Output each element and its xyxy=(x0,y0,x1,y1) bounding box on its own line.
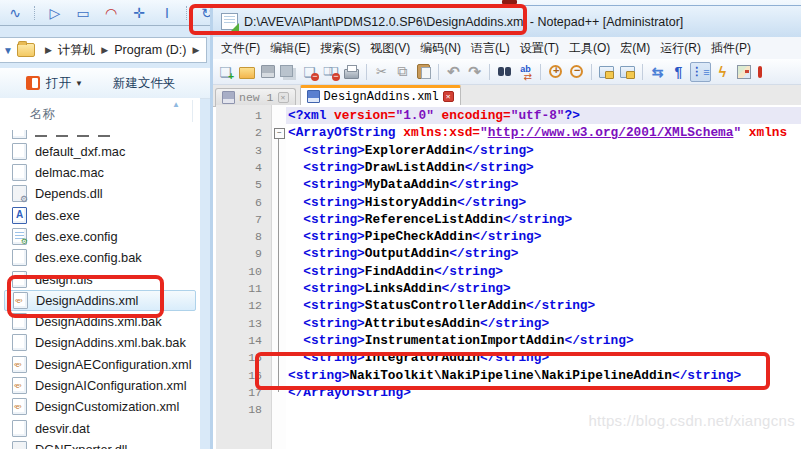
line-number: 13 xyxy=(216,315,262,332)
open-icon[interactable] xyxy=(237,63,256,81)
sync-v-icon[interactable] xyxy=(597,63,616,81)
pointer-tool-icon[interactable]: ▷ xyxy=(46,4,64,22)
new-folder-button[interactable]: 新建文件夹 xyxy=(113,75,176,92)
doc-map-icon[interactable] xyxy=(734,63,753,81)
screen: ∿▷▭◠✛I↻ ▼ ▶计算机▶Program (D:)▶ 打开 ▼ 新建文件夹 … xyxy=(0,0,801,449)
code-line-10[interactable]: 10 <string>FindAddin</string> xyxy=(216,263,801,280)
undo-icon[interactable] xyxy=(444,63,463,81)
menu-e[interactable]: 编辑(E) xyxy=(265,38,315,59)
toolbar-separator xyxy=(438,64,439,80)
open-button[interactable]: 打开 xyxy=(46,75,71,92)
replace-icon[interactable] xyxy=(516,63,535,81)
file-item-default_dxf.mac[interactable]: default_dxf.mac xyxy=(4,141,196,162)
address-bar[interactable]: ▼ ▶计算机▶Program (D:)▶ xyxy=(0,37,207,63)
folder-icon xyxy=(17,43,35,57)
menu-p[interactable]: 插件(P) xyxy=(706,38,756,59)
file-name-label: DesignCustomization.xml xyxy=(35,399,179,414)
measure-tool-icon[interactable]: ✛ xyxy=(130,4,148,22)
tab-close-icon[interactable]: ✕ xyxy=(278,92,289,103)
menu-v[interactable]: 视图(V) xyxy=(365,38,415,59)
indent-guide-icon[interactable] xyxy=(690,62,711,82)
line-number: 14 xyxy=(216,332,262,349)
menu-o[interactable]: 工具(O) xyxy=(564,38,615,59)
file-item-designcustomization.xml[interactable]: DesignCustomization.xml xyxy=(4,396,196,417)
code-line-5[interactable]: 5 <string>MyDataAddin</string> xyxy=(216,176,801,193)
rectangle-tool-icon[interactable]: ▭ xyxy=(74,4,92,22)
file-name-label: desvir.dat xyxy=(35,421,90,436)
file-name-label: des.exe.config xyxy=(35,229,118,244)
fold-collapse-icon[interactable]: − xyxy=(274,128,285,139)
file-list: ▲ 名称 default_dxf.macdelmac.macDepends.dl… xyxy=(0,98,200,449)
file-item-des.exe.config[interactable]: des.exe.config xyxy=(4,226,196,247)
menu-t[interactable]: 设置(T) xyxy=(515,38,564,59)
file-item-des.exe.config.bak[interactable]: des.exe.config.bak xyxy=(4,247,196,268)
file-item-designaiconfiguration.xml[interactable]: DesignAIConfiguration.xml xyxy=(4,375,196,396)
list-header[interactable]: ▲ 名称 xyxy=(0,98,200,124)
clipped-icon[interactable] xyxy=(755,63,762,81)
code-line-13[interactable]: 13 <string>AttributesAddin</string> xyxy=(216,315,801,332)
dll-file-icon xyxy=(12,185,27,202)
code-line-9[interactable]: 9 <string>OutputAddin</string> xyxy=(216,245,801,262)
arc-tool-icon[interactable]: ◠ xyxy=(102,4,120,22)
code-line-11[interactable]: 11 <string>LinksAddin</string> xyxy=(216,280,801,297)
toolbar-separator xyxy=(591,64,592,80)
editor[interactable]: 1<?xml version="1.0" encoding="utf-8"?>2… xyxy=(216,105,801,449)
zoom-in-icon[interactable] xyxy=(546,63,565,81)
code-line-12[interactable]: 12 <string>StatusControllerAddin</string… xyxy=(216,297,801,314)
line-number: 7 xyxy=(216,211,262,228)
open-dropdown-icon[interactable]: ▼ xyxy=(71,79,87,88)
code-line-1[interactable]: 1<?xml version="1.0" encoding="utf-8"?> xyxy=(216,107,801,124)
cut-icon[interactable] xyxy=(372,63,391,81)
tab-designaddins-xml[interactable]: DesignAddins.xml✕ xyxy=(300,85,461,106)
sort-ascending-icon: ▲ xyxy=(172,100,180,109)
show-symbols-icon[interactable] xyxy=(669,63,688,81)
function-list-icon[interactable] xyxy=(713,63,732,81)
new-icon[interactable] xyxy=(216,63,235,81)
curve-tool-icon[interactable]: ∿ xyxy=(6,4,24,22)
file-item-designaeconfiguration.xml[interactable]: DesignAEConfiguration.xml xyxy=(4,354,196,375)
sync-h-icon[interactable] xyxy=(618,63,637,81)
close-all-icon[interactable] xyxy=(321,63,340,81)
annotation-box-title xyxy=(189,4,527,35)
menu-m[interactable]: 宏(M) xyxy=(615,38,655,59)
find-icon[interactable] xyxy=(495,63,514,81)
address-dropdown-icon[interactable]: ▼ xyxy=(0,45,17,56)
file-item-desvir.dat[interactable]: desvir.dat xyxy=(4,418,196,439)
file-item-depends.dll[interactable]: Depends.dll xyxy=(4,183,196,204)
menu-s[interactable]: 搜索(S) xyxy=(315,38,365,59)
zoom-out-icon[interactable] xyxy=(567,63,586,81)
word-wrap-icon[interactable] xyxy=(648,63,667,81)
code-line-7[interactable]: 7 <string>ReferenceListAddin</string> xyxy=(216,211,801,228)
close-icon[interactable] xyxy=(300,63,319,81)
file-item-des.exe[interactable]: des.exe xyxy=(4,205,196,226)
code-line-8[interactable]: 8 <string>PipeCheckAddin</string> xyxy=(216,228,801,245)
code-line-6[interactable]: 6 <string>HistoryAddin</string> xyxy=(216,194,801,211)
annotation-box-line16 xyxy=(255,352,770,390)
file-item-dgnexporter.dll[interactable]: DGNExporter.dll xyxy=(4,439,196,449)
code-line-2[interactable]: 2<ArrayOfString xmlns:xsd="http://www.w3… xyxy=(216,124,801,141)
code-line-3[interactable]: 3 <string>ExplorerAddin</string> xyxy=(216,142,801,159)
menu-r[interactable]: 运行(R) xyxy=(655,38,706,59)
file-item-delmac.mac[interactable]: delmac.mac xyxy=(4,162,196,183)
breadcrumb-item--[interactable]: 计算机 xyxy=(58,42,96,59)
code-line-4[interactable]: 4 <string>DrawListAddin</string> xyxy=(216,159,801,176)
save-all-icon[interactable] xyxy=(279,63,298,81)
tab-close-icon[interactable]: ✕ xyxy=(443,91,454,102)
file-icon xyxy=(12,420,27,437)
paste-icon[interactable] xyxy=(414,63,433,81)
breadcrumb: ▶计算机▶Program (D:)▶ xyxy=(39,42,206,59)
menu-f[interactable]: 文件(F) xyxy=(216,38,265,59)
code-line-14[interactable]: 14 <string>InstrumentationImportAddin</s… xyxy=(216,332,801,349)
code-text: <string>OutputAddin</string> xyxy=(288,245,518,262)
redo-icon[interactable] xyxy=(465,63,484,81)
file-item-partial[interactable] xyxy=(4,126,196,140)
tab-new-1[interactable]: new 1✕ xyxy=(215,88,296,106)
print-icon[interactable] xyxy=(342,63,361,81)
file-item-designaddins.xml.bak.bak[interactable]: DesignAddins.xml.bak.bak xyxy=(4,332,196,353)
breadcrumb-item-program-d-[interactable]: Program (D:) xyxy=(114,43,186,57)
menu-l[interactable]: 语言(L) xyxy=(466,38,515,59)
menu-n[interactable]: 编码(N) xyxy=(415,38,466,59)
save-icon[interactable] xyxy=(258,63,277,81)
text-tool-icon[interactable]: I xyxy=(158,4,176,22)
copy-icon[interactable] xyxy=(393,63,412,81)
